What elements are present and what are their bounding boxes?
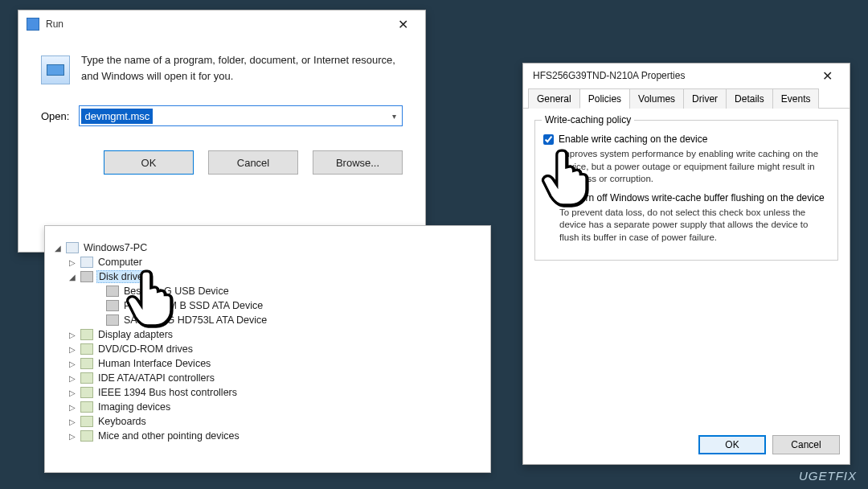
checkbox-label: Enable write caching on the device	[559, 134, 707, 145]
checkbox-input[interactable]	[543, 134, 554, 145]
disk-icon	[80, 271, 93, 282]
device-icon	[80, 329, 93, 340]
tree-label: Disk drives	[96, 270, 150, 283]
write-caching-groupbox: Write-caching policy Enable write cachin…	[534, 120, 838, 261]
disk-icon	[106, 286, 119, 297]
tab-details[interactable]: Details	[726, 88, 773, 109]
tree-label: Imaging devices	[96, 401, 172, 413]
open-value: devmgmt.msc	[81, 109, 153, 124]
close-icon[interactable]: ✕	[811, 65, 843, 86]
cancel-button[interactable]: Cancel	[208, 150, 298, 175]
properties-titlebar[interactable]: HFS256G39TND-N210A Properties ✕	[523, 64, 850, 88]
tree-label: Keyboards	[96, 416, 148, 427]
tree-node-mice[interactable]: ▷Mice and other pointing devices	[68, 429, 482, 443]
tab-policies[interactable]: Policies	[579, 88, 630, 109]
run-large-icon	[41, 55, 70, 84]
tree-node-ieee[interactable]: ▷IEEE 1394 Bus host controllers	[68, 385, 482, 400]
enable-write-caching-checkbox[interactable]: Enable write caching on the device	[543, 134, 829, 145]
expand-icon[interactable]: ▷	[68, 331, 77, 339]
expand-icon[interactable]: ▷	[68, 388, 77, 397]
expand-icon[interactable]: ▷	[68, 403, 77, 412]
disk-icon	[106, 314, 119, 326]
tree-node-keyboards[interactable]: ▷Keyboards	[68, 414, 482, 429]
tree-label: Mice and other pointing devices	[96, 430, 241, 442]
tree-node-hid[interactable]: ▷Human Interface Devices	[68, 356, 482, 371]
expand-icon[interactable]: ▷	[68, 360, 77, 368]
browse-button[interactable]: Browse...	[313, 150, 403, 175]
properties-dialog: HFS256G39TND-N210A Properties ✕ General …	[522, 63, 850, 465]
tab-bar: General Policies Volumes Driver Details …	[523, 88, 850, 109]
tree-label: Human Interface Devices	[96, 358, 212, 369]
run-titlebar[interactable]: Run ✕	[18, 10, 425, 38]
groupbox-legend: Write-caching policy	[542, 114, 634, 125]
device-icon	[80, 430, 93, 442]
device-icon	[80, 358, 93, 369]
run-app-icon	[27, 18, 39, 31]
ok-button[interactable]: OK	[698, 435, 766, 454]
close-icon[interactable]: ✕	[387, 12, 419, 36]
device-icon	[80, 343, 93, 355]
tree-label: PATRIOT M B SSD ATA Device	[122, 300, 264, 311]
computer-icon	[80, 257, 93, 268]
tree-node-ide[interactable]: ▷IDE ATA/ATAPI controllers	[68, 371, 482, 385]
tree-root[interactable]: ◢ Windows7-PC	[53, 240, 482, 255]
disk-icon	[106, 300, 119, 311]
tree-node-disk-drives[interactable]: ◢Disk drives	[68, 269, 482, 284]
tree-label: Display adapters	[96, 329, 174, 340]
tree-node-imaging[interactable]: ▷Imaging devices	[68, 400, 482, 414]
enable-write-caching-description: Improves system performance by enabling …	[559, 148, 829, 186]
tree-node-dvd[interactable]: ▷DVD/CD-ROM drives	[68, 342, 482, 356]
ok-button[interactable]: OK	[104, 150, 194, 175]
open-label: Open:	[41, 110, 69, 122]
tree-node-computer[interactable]: ▷Computer	[68, 255, 482, 269]
tab-driver[interactable]: Driver	[683, 88, 727, 109]
watermark: UGETFIX	[799, 469, 857, 483]
checkbox-label: Turn off Windows write-cache buffer flus…	[575, 192, 825, 203]
tree-label: DVD/CD-ROM drives	[96, 343, 194, 355]
tree-label: BestBuy G USB Device	[122, 286, 231, 297]
tree-label: IDE ATA/ATAPI controllers	[96, 372, 216, 384]
device-tree[interactable]: ◢ Windows7-PC ▷Computer ◢Disk drives Bes…	[53, 240, 482, 443]
expand-icon[interactable]: ▷	[68, 345, 77, 354]
tree-label: Computer	[96, 257, 144, 268]
device-icon	[80, 372, 93, 384]
device-manager-panel: ◢ Windows7-PC ▷Computer ◢Disk drives Bes…	[44, 225, 491, 473]
turnoff-flush-checkbox[interactable]: Turn off Windows write-cache buffer flus…	[559, 192, 829, 203]
checkbox-input[interactable]	[559, 193, 570, 203]
expand-icon[interactable]: ▷	[68, 432, 77, 441]
tree-label: Windows7-PC	[82, 242, 149, 253]
expand-icon[interactable]: ▷	[68, 417, 77, 426]
collapse-icon[interactable]: ◢	[68, 273, 77, 281]
tree-label: IEEE 1394 Bus host controllers	[96, 387, 239, 398]
tab-events[interactable]: Events	[772, 88, 820, 109]
chevron-down-icon[interactable]: ▾	[386, 106, 402, 125]
collapse-icon[interactable]: ◢	[53, 244, 63, 253]
open-combobox[interactable]: devmgmt.msc ▾	[79, 105, 403, 126]
device-icon	[80, 387, 93, 398]
expand-icon[interactable]: ▷	[68, 258, 77, 267]
run-description: Type the name of a program, folder, docu…	[81, 52, 403, 84]
tree-label: SAMSUNG HD753L ATA Device	[122, 314, 268, 326]
tree-node-display[interactable]: ▷Display adapters	[68, 327, 482, 342]
tree-node-disk[interactable]: BestBuy G USB Device	[82, 284, 482, 298]
tab-volumes[interactable]: Volumes	[629, 88, 684, 109]
cancel-button[interactable]: Cancel	[772, 435, 840, 454]
device-icon	[80, 401, 93, 413]
tree-node-disk[interactable]: PATRIOT M B SSD ATA Device	[82, 298, 482, 313]
turnoff-flush-description: To prevent data loss, do not select this…	[559, 207, 829, 244]
device-icon	[80, 416, 93, 427]
properties-title-text: HFS256G39TND-N210A Properties	[533, 70, 685, 81]
tree-node-disk[interactable]: SAMSUNG HD753L ATA Device	[82, 313, 482, 327]
expand-icon[interactable]: ▷	[68, 374, 77, 383]
computer-icon	[66, 242, 79, 253]
run-dialog: Run ✕ Type the name of a program, folder…	[18, 10, 426, 253]
run-title-text: Run	[46, 18, 63, 30]
tab-general[interactable]: General	[528, 88, 580, 109]
